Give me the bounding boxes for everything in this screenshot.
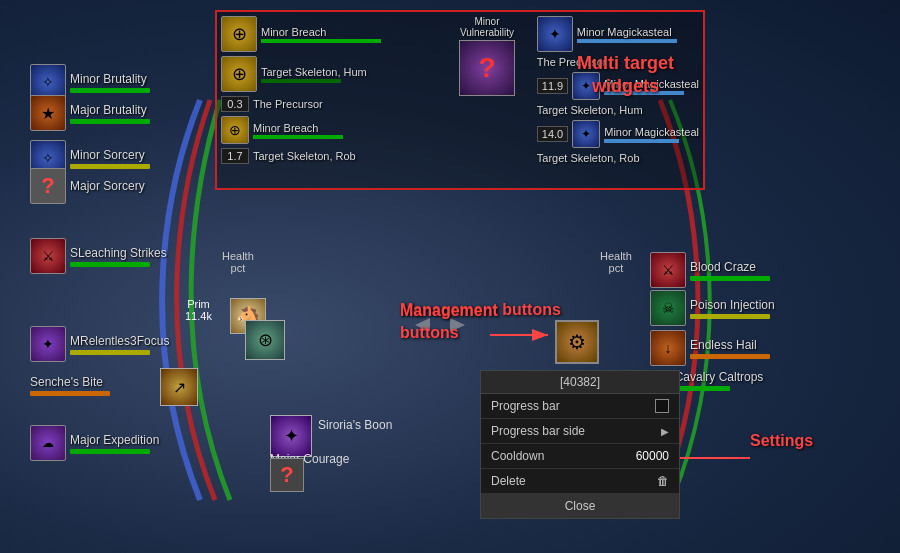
trash-icon: 🗑 xyxy=(657,474,669,488)
skill-icon-hail[interactable]: ↓ xyxy=(650,330,686,366)
skill-relentless-focus: ✦ MRelentles3Focus xyxy=(30,326,169,362)
health-pct-right: Healthpct xyxy=(600,250,632,274)
mt-target-hum: Target Skeleton, Hum xyxy=(537,104,643,116)
progress-bar-side-label: Progress bar side xyxy=(491,424,585,438)
sirorias-boon-label: Siroria's Boon xyxy=(318,418,392,432)
skill-name-blood-craze: Blood Craze xyxy=(690,260,770,274)
skill-bar-relentless xyxy=(70,350,150,355)
mt-num-17: 1.7 xyxy=(221,148,249,164)
mt-icon-magic3: ✦ xyxy=(572,120,600,148)
mt-text-skeleton-rob: Target Skeleton, Rob xyxy=(253,150,356,162)
skill-poison-injection: ☠ Poison Injection xyxy=(650,290,775,326)
health-pct-left: Healthpct xyxy=(222,250,254,274)
skill-name-poison: Poison Injection xyxy=(690,298,775,312)
skill-icon-leeching[interactable]: ⚔ xyxy=(30,238,66,274)
multi-target-label: Multi target widgets xyxy=(577,52,674,99)
compass-icon[interactable]: ⊛ xyxy=(245,320,285,360)
skill-name-minor-sorcery: Minor Sorcery xyxy=(70,148,150,162)
context-menu-progress-bar-side[interactable]: Progress bar side ▶ xyxy=(481,419,679,444)
skill-bar-leeching xyxy=(70,262,150,267)
management-icon[interactable]: ⚙ xyxy=(555,320,599,364)
skill-icon-major-sorcery[interactable]: ? xyxy=(30,168,66,204)
skill-name-expedition: Major Expedition xyxy=(70,433,159,447)
major-courage-question-icon[interactable]: ? xyxy=(270,458,304,492)
mt-num-140: 14.0 xyxy=(537,126,568,142)
mt-target-rob: Target Skeleton, Rob xyxy=(537,152,640,164)
skill-bar-senche xyxy=(30,391,110,396)
skill-bar-expedition xyxy=(70,449,150,454)
mt-icon-breach1: ⊕ xyxy=(221,16,257,52)
context-menu-id: [40382] xyxy=(481,371,679,394)
settings-label: Settings xyxy=(750,432,813,450)
skill-name-major-brutality: Major Brutality xyxy=(70,103,150,117)
skill-senche-bite: Senche's Bite xyxy=(30,375,110,396)
skill-bar-hail xyxy=(690,354,770,359)
skill-icon-expedition[interactable]: ☁ xyxy=(30,425,66,461)
skill-icon-poison[interactable]: ☠ xyxy=(650,290,686,326)
prim-label: PrimPrim 11.4k11.4k xyxy=(185,298,212,322)
mt-text-magic1: Minor Magickasteal xyxy=(577,26,677,43)
skill-bar-minor-brutality xyxy=(70,88,150,93)
mt-icon-breach2: ⊕ xyxy=(221,56,257,92)
skill-bar-poison xyxy=(690,314,770,319)
cooldown-value[interactable]: 60000 xyxy=(636,449,669,463)
skill-name-minor-brutality: Minor Brutality xyxy=(70,72,150,86)
mt-num-03: 0.3 xyxy=(221,96,249,112)
skill-name-leeching: SLeaching Strikes xyxy=(70,246,167,260)
context-menu-close-button[interactable]: Close xyxy=(481,494,679,518)
mt-text-magic3: Minor Magickasteal xyxy=(604,126,699,143)
context-menu: [40382] Progress bar Progress bar side ▶… xyxy=(480,370,680,519)
management-label-text: Managementbuttons xyxy=(400,300,498,345)
skill-endless-hail: ↓ Endless Hail xyxy=(650,330,770,366)
vulnerability-icon: ? xyxy=(459,40,515,96)
delete-label: Delete xyxy=(491,474,526,488)
mt-text-skeleton-hum: Target Skeleton, Hum xyxy=(261,66,367,83)
skill-icon-major-brutality[interactable]: ★ xyxy=(30,95,66,131)
senche-icon[interactable]: ↗ xyxy=(160,368,198,406)
skill-name-senche: Senche's Bite xyxy=(30,375,110,389)
context-menu-progress-bar[interactable]: Progress bar xyxy=(481,394,679,419)
mt-num-119: 11.9 xyxy=(537,78,568,94)
context-menu-delete[interactable]: Delete 🗑 xyxy=(481,469,679,494)
skill-name-relentless: MRelentles3Focus xyxy=(70,334,169,348)
skill-icon-relentless[interactable]: ✦ xyxy=(30,326,66,362)
multi-target-box: ⊕ Minor Breach ⊕ Target Skeleton, Hum 0.… xyxy=(215,10,705,190)
mt-text-precursor: The Precursor xyxy=(253,98,323,110)
skill-blood-craze: ⚔ Blood Craze xyxy=(650,252,770,288)
skill-leeching-strikes: ⚔ SLeaching Strikes xyxy=(30,238,167,274)
skill-major-sorcery: ? Major Sorcery xyxy=(30,168,145,204)
skill-bar-blood-craze xyxy=(690,276,770,281)
mt-left-items: ⊕ Minor Breach ⊕ Target Skeleton, Hum 0.… xyxy=(221,16,381,168)
progress-bar-label: Progress bar xyxy=(491,399,560,413)
skill-name-hail: Endless Hail xyxy=(690,338,770,352)
mt-text-breach1: Minor Breach xyxy=(261,26,381,43)
skill-major-brutality: ★ Major Brutality xyxy=(30,95,150,131)
vulnerability-section: Minor Vulnerability ? xyxy=(447,16,527,98)
skill-name-major-sorcery: Major Sorcery xyxy=(70,179,145,193)
mt-icon-breach3: ⊕ xyxy=(221,116,249,144)
skill-bar-major-brutality xyxy=(70,119,150,124)
progress-bar-checkbox[interactable] xyxy=(655,399,669,413)
mt-text-breach3: Minor Breach xyxy=(253,122,343,139)
progress-bar-side-arrow: ▶ xyxy=(661,426,669,437)
skill-icon-blood-craze[interactable]: ⚔ xyxy=(650,252,686,288)
context-menu-cooldown[interactable]: Cooldown 60000 xyxy=(481,444,679,469)
sirorias-boon-icon[interactable]: ✦ xyxy=(270,415,312,457)
mt-icon-magic1: ✦ xyxy=(537,16,573,52)
skill-major-expedition: ☁ Major Expedition xyxy=(30,425,159,461)
cooldown-label: Cooldown xyxy=(491,449,544,463)
